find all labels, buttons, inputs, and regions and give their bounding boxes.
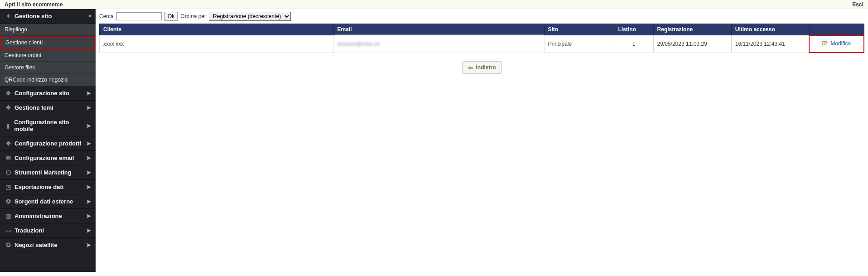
order-by-label: Ordina per	[180, 13, 206, 19]
link-icon: ✪	[5, 198, 12, 205]
menu-config-mobile[interactable]: ▮Configurazione sito mobile ➤	[0, 115, 96, 136]
chevron-right-icon: ➤	[86, 169, 91, 176]
cell-sito: Principale	[544, 35, 614, 53]
chevron-down-icon: ▾	[89, 14, 91, 19]
chevron-right-icon: ➤	[86, 122, 91, 129]
th-ultimo-accesso: Ultimo accesso	[731, 24, 809, 35]
menu-label: Gestione temi	[14, 104, 53, 111]
menu-label: Configurazione sito	[14, 90, 69, 97]
menu-config-email[interactable]: ✉Configurazione email ➤	[0, 151, 96, 165]
edit-icon	[822, 40, 828, 46]
translate-icon: ▭	[5, 227, 12, 234]
puzzle-icon: ✥	[5, 140, 12, 147]
th-azioni	[809, 24, 864, 35]
chevron-right-icon: ➤	[86, 140, 91, 147]
menu-label: Strumenti Marketing	[14, 169, 72, 176]
order-by-select[interactable]: Registrazione (decrescente)	[209, 12, 291, 21]
chevron-right-icon: ➤	[86, 155, 91, 161]
sidebar-item-gestione-ordini[interactable]: Gestione ordini	[0, 49, 96, 62]
mail-icon: ✉	[5, 155, 12, 161]
table-header-row: Cliente Email Sito Listino Registrazione…	[100, 24, 864, 35]
menu-label: Gestione sito	[14, 13, 52, 19]
menu-label: Configurazione prodotti	[14, 140, 81, 147]
search-ok-button[interactable]: Ok	[164, 12, 178, 21]
cell-listino: 1	[614, 35, 653, 53]
menu-label: Traduzioni	[14, 227, 44, 234]
arrow-left-icon: ⇐	[468, 64, 473, 71]
menu-amministrazione[interactable]: ▥Amministrazione ➤	[0, 209, 96, 223]
indietro-button[interactable]: ⇐ Indietro	[462, 61, 502, 74]
sidebar-item-gestione-clienti[interactable]: Gestione clienti	[0, 36, 96, 49]
menu-strumenti-marketing[interactable]: ⬡Strumenti Marketing ➤	[0, 165, 96, 180]
chevron-right-icon: ➤	[86, 242, 91, 248]
th-sito: Sito	[544, 24, 614, 35]
chevron-right-icon: ➤	[86, 184, 91, 190]
modifica-label: Modifica	[830, 40, 851, 47]
menu-traduzioni[interactable]: ▭Traduzioni ➤	[0, 223, 96, 238]
mobile-icon: ▮	[5, 122, 11, 129]
sidebar-item-qrcode[interactable]: QRCode indirizzo negozio	[0, 74, 96, 86]
export-icon: ◳	[5, 184, 12, 190]
main-content: Cerca Ok Ordina per Registrazione (decre…	[96, 9, 868, 272]
menu-label: Sorgenti dati esterne	[14, 198, 73, 205]
cell-cliente: xxxx xxx	[100, 35, 334, 53]
indietro-label: Indietro	[476, 64, 496, 71]
chevron-right-icon: ➤	[86, 90, 91, 97]
gear-icon: ✦	[5, 13, 12, 19]
chevron-right-icon: ➤	[86, 227, 91, 234]
cell-registrazione: 29/05/2023 11:03:29	[653, 35, 731, 53]
menu-label: Esportazione dati	[14, 184, 63, 190]
chevron-right-icon: ➤	[86, 104, 91, 111]
wrench-icon: ✥	[5, 90, 12, 97]
building-icon: ▥	[5, 213, 12, 219]
open-site-link[interactable]: Apri il sito ecommerce	[5, 1, 63, 8]
menu-label: Negozi satellite	[14, 242, 58, 248]
sidebar: ✦ Gestione sito ▾ Riepilogo Gestione cli…	[0, 9, 96, 272]
globe-icon: ✪	[5, 242, 12, 248]
menu-gestione-temi[interactable]: ✥Gestione temi ➤	[0, 101, 96, 115]
table-row: xxxx xxx xxxxxxx@xxxx.xx Principale 1 29…	[100, 35, 864, 53]
sidebar-item-gestore-files[interactable]: Gestore files	[0, 62, 96, 74]
chevron-right-icon: ➤	[86, 198, 91, 205]
chevron-right-icon: ➤	[86, 213, 91, 219]
cell-email: xxxxxxx@xxxx.xx	[333, 35, 544, 53]
menu-label: Configurazione email	[14, 155, 74, 161]
th-cliente: Cliente	[100, 24, 334, 35]
modifica-button[interactable]: Modifica	[822, 40, 851, 47]
menu-sorgenti-esterne[interactable]: ✪Sorgenti dati esterne ➤	[0, 194, 96, 209]
menu-configurazione-sito[interactable]: ✥Configurazione sito ➤	[0, 86, 96, 101]
menu-config-prodotti[interactable]: ✥Configurazione prodotti ➤	[0, 136, 96, 151]
th-email: Email	[333, 24, 544, 35]
magnet-icon: ⬡	[5, 169, 12, 176]
sidebar-item-riepilogo[interactable]: Riepilogo	[0, 24, 96, 36]
cell-ultimo-accesso: 16/11/2023 12:43:41	[731, 35, 809, 53]
menu-label: Amministrazione	[14, 213, 62, 219]
menu-gestione-sito[interactable]: ✦ Gestione sito ▾	[0, 9, 96, 24]
menu-label: Configurazione sito mobile	[14, 119, 86, 132]
th-listino: Listino	[614, 24, 653, 35]
logout-link[interactable]: Esci	[852, 1, 863, 8]
th-registrazione: Registrazione	[653, 24, 731, 35]
menu-negozi-satellite[interactable]: ✪Negozi satellite ➤	[0, 238, 96, 252]
puzzle-icon: ✥	[5, 104, 12, 111]
search-label: Cerca	[99, 13, 114, 19]
search-input[interactable]	[116, 12, 162, 20]
menu-esportazione-dati[interactable]: ◳Esportazione dati ➤	[0, 180, 96, 194]
clients-table: Cliente Email Sito Listino Registrazione…	[99, 24, 864, 53]
